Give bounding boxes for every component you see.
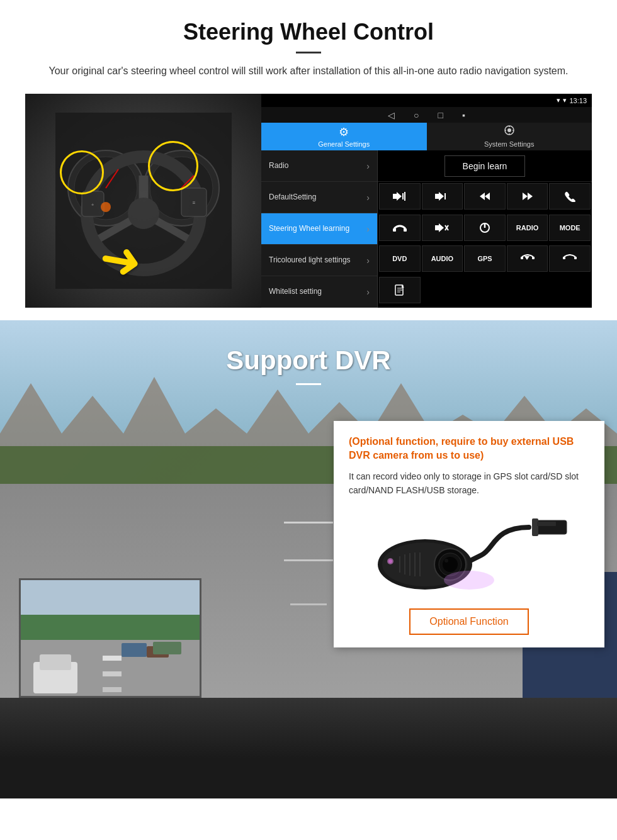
wifi-icon: ▾	[563, 96, 567, 104]
svg-rect-36	[435, 225, 439, 230]
ctrl-gps[interactable]: GPS	[464, 245, 506, 272]
ctrl-file[interactable]	[379, 277, 421, 303]
menu-list: Radio › DefaultSetting › Steering Wheel …	[261, 150, 378, 308]
dvr-footage-preview	[19, 578, 201, 698]
controls-panel: Begin learn	[378, 150, 592, 308]
steering-wheel-svg: + ≡	[55, 113, 232, 289]
dvr-dashboard	[0, 698, 617, 798]
tab-general-settings[interactable]: ⚙ General Settings	[261, 123, 427, 150]
ctrl-mode[interactable]: MODE	[549, 215, 591, 241]
nav-back-icon[interactable]: ◁	[388, 110, 395, 120]
system-icon	[504, 125, 515, 139]
dvr-description: It can record video only to storage in G…	[349, 469, 589, 498]
footage-inner	[21, 580, 200, 696]
signal-icon: ▾	[557, 96, 560, 104]
ctrl-vol-down[interactable]	[422, 183, 463, 210]
settings-tabs: ⚙ General Settings System Settings	[261, 123, 592, 150]
ctrl-mute[interactable]	[422, 215, 463, 241]
chevron-icon-steering: ›	[366, 224, 370, 234]
title-divider	[296, 52, 321, 53]
ctrl-power[interactable]	[464, 215, 506, 241]
chevron-icon-whitelist: ›	[366, 287, 370, 297]
svg-rect-73	[103, 656, 122, 661]
menu-tricoloured-label: Tricoloured light settings	[269, 255, 351, 264]
svg-text:≡: ≡	[192, 200, 195, 206]
begin-learn-button[interactable]: Begin learn	[444, 155, 526, 177]
dvr-info-card: (Optional function, require to buy exter…	[334, 421, 604, 647]
circle-highlight-left	[60, 150, 104, 194]
svg-point-64	[443, 557, 458, 572]
nav-menu-icon[interactable]: ▪	[462, 110, 465, 120]
dvr-title-divider	[296, 383, 321, 385]
svg-rect-74	[103, 671, 122, 676]
menu-item-whitelist[interactable]: Whitelist setting ›	[261, 276, 377, 308]
begin-learn-row: Begin learn	[378, 150, 592, 182]
svg-rect-75	[103, 687, 122, 692]
steering-title: Steering Wheel Control	[25, 19, 592, 45]
chevron-icon-tricoloured: ›	[366, 255, 370, 266]
svg-rect-23	[393, 194, 397, 199]
svg-rect-80	[40, 654, 71, 670]
menu-controls-area: Radio › DefaultSetting › Steering Wheel …	[261, 150, 592, 308]
svg-point-67	[388, 559, 392, 563]
svg-point-9	[128, 198, 159, 229]
dvr-camera-svg	[368, 511, 570, 593]
steering-section: Steering Wheel Control Your original car…	[0, 0, 617, 320]
svg-marker-30	[480, 193, 485, 200]
chevron-icon-radio: ›	[366, 161, 370, 171]
menu-item-radio[interactable]: Radio ›	[261, 150, 377, 182]
steering-description: Your original car's steering wheel contr…	[38, 64, 579, 79]
svg-rect-42	[521, 257, 523, 259]
ctrl-vol-up[interactable]	[379, 183, 421, 210]
dvr-camera-image	[368, 508, 570, 596]
svg-rect-78	[153, 642, 181, 654]
gear-icon: ⚙	[339, 125, 349, 139]
menu-item-default[interactable]: DefaultSetting ›	[261, 182, 377, 213]
svg-marker-31	[485, 193, 490, 200]
time-display: 13:13	[569, 97, 587, 104]
menu-radio-label: Radio	[269, 161, 288, 170]
device-area: + ≡ ➜	[25, 94, 592, 308]
svg-rect-53	[532, 518, 538, 536]
svg-marker-32	[523, 193, 528, 200]
svg-point-16	[101, 202, 111, 212]
android-panel: ▾ ▾ 13:13 ◁ ○ □ ▪ ⚙ General Settings	[261, 94, 592, 308]
menu-item-tricoloured[interactable]: Tricoloured light settings ›	[261, 245, 377, 276]
menu-steering-label: Steering Wheel learning	[269, 224, 349, 233]
ctrl-hangup[interactable]	[379, 215, 421, 241]
chevron-icon-default: ›	[366, 193, 370, 203]
ctrl-phone-prev[interactable]	[507, 245, 548, 272]
optional-function-button[interactable]: Optional Function	[409, 608, 528, 635]
dvr-title: Support DVR	[0, 345, 617, 376]
svg-rect-43	[532, 257, 535, 259]
ctrl-radio[interactable]: RADIO	[507, 215, 548, 241]
svg-text:+: +	[91, 202, 94, 208]
nav-recent-icon[interactable]: □	[438, 110, 443, 120]
menu-item-steering[interactable]: Steering Wheel learning ›	[261, 213, 377, 245]
ctrl-next-track[interactable]	[507, 183, 548, 210]
tab-system-settings[interactable]: System Settings	[427, 123, 592, 150]
svg-marker-28	[439, 192, 444, 201]
android-nav-bar: ◁ ○ □ ▪	[261, 107, 592, 122]
controls-grid: RADIO MODE DVD AUDIO GPS	[378, 182, 592, 308]
circle-highlight-right	[148, 141, 198, 191]
nav-home-icon[interactable]: ○	[414, 110, 419, 120]
tab-general-label: General Settings	[318, 140, 370, 148]
svg-marker-33	[528, 193, 533, 200]
ctrl-dvd[interactable]: DVD	[379, 245, 421, 272]
svg-marker-44	[524, 256, 529, 260]
ctrl-phone-next[interactable]	[549, 245, 591, 272]
dvr-section: Support DVR (Optional function, require …	[0, 320, 617, 798]
ctrl-audio[interactable]: AUDIO	[422, 245, 463, 272]
svg-point-68	[444, 571, 494, 590]
svg-rect-76	[122, 643, 147, 657]
svg-marker-37	[439, 223, 444, 232]
svg-point-65	[444, 559, 448, 563]
steering-wheel-image: + ≡ ➜	[25, 94, 261, 308]
ctrl-phone[interactable]	[549, 183, 591, 210]
dvr-optional-title: (Optional function, require to buy exter…	[349, 435, 589, 463]
svg-rect-54	[537, 522, 556, 526]
ctrl-prev-track[interactable]	[464, 183, 506, 210]
statusbar-icons: ▾ ▾ 13:13	[557, 96, 587, 104]
dvr-title-area: Support DVR	[0, 320, 617, 391]
